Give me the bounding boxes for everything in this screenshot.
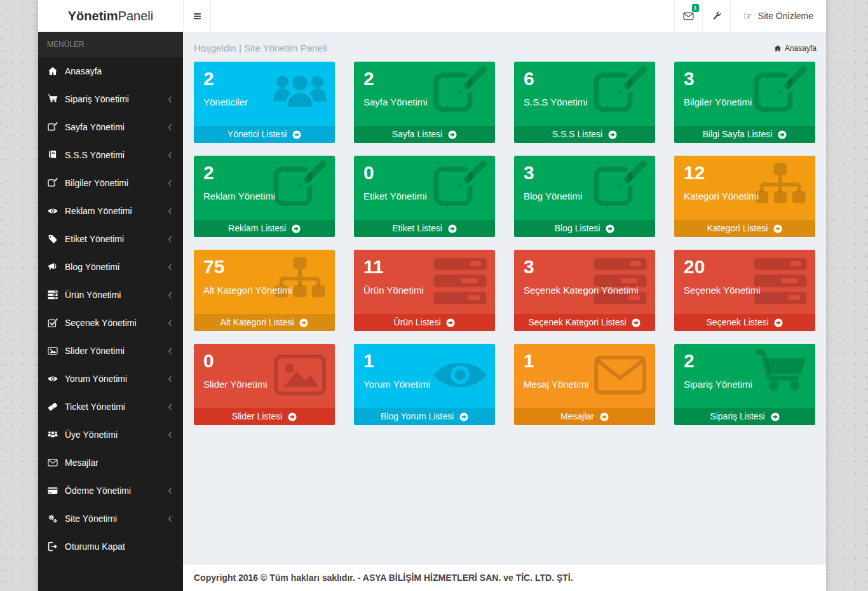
info-box-label: Sayfa Yönetimi [363,97,485,107]
circle-arrow-right-icon [292,224,301,233]
info-box-footer-link[interactable]: Kategori Listesi [674,220,815,237]
sidebar-item[interactable]: Bilgiler Yönetimi [38,169,183,197]
sidebar-toggle-button[interactable] [184,0,211,32]
info-box-footer-link[interactable]: Sipariş Listesi [674,408,815,425]
cart-icon [48,94,58,104]
sidebar-item[interactable]: Yorum Yönetimi [38,365,183,393]
info-box-footer-label: Kategori Listesi [707,223,768,233]
info-box-body: 3 Blog Yönetimi [514,156,655,220]
sidebar-item[interactable]: Sipariş Yönetimi [38,85,183,113]
circle-arrow-right-icon [299,318,308,327]
main-content: Hoşgeldin | Site Yönetim Paneli Anasayfa… [183,32,826,591]
messages-count-badge: 1 [692,4,699,12]
circle-arrow-right-icon [606,224,614,233]
info-box-footer-link[interactable]: Ürün Listesi [354,314,495,331]
chevron-left-icon [166,180,173,187]
info-box-count: 20 [684,255,806,278]
chevron-left-icon [166,264,173,271]
info-box: 2 Sayfa Yönetimi Sayfa Listesi [354,62,495,143]
info-box-count: 12 [684,161,806,184]
messages-nav-button[interactable]: 1 [674,0,702,32]
info-box-footer-link[interactable]: Etiket Listesi [354,220,495,237]
site-preview-button[interactable]: ☞ Site Önizleme [730,0,826,32]
eye-icon [48,206,58,216]
sidebar-item[interactable]: Ödeme Yönetimi [38,477,183,505]
circle-arrow-right-icon [292,130,301,139]
info-box-footer-label: Etiket Listesi [392,223,442,233]
tag-icon [48,234,58,244]
info-box: 1 Mesaj Yönetimi Mesajlar [514,344,655,425]
app-shell: MENÜLER Anasayfa Sipariş Yönetimi [38,32,826,591]
info-box-footer-label: Blog Yorum Listesi [381,411,454,421]
info-box-footer-link[interactable]: Blog Listesi [514,220,655,237]
info-box-label: Kategori Yönetimi [684,191,806,201]
info-box-body: 2 Yöneticiler [194,62,335,126]
breadcrumb-home-link[interactable]: Anasayfa [774,44,817,53]
info-box: 0 Etiket Yönetimi Etiket Listesi [354,156,495,237]
sidebar-item[interactable]: Etiket Yönetimi [38,225,183,253]
sidebar-item[interactable]: Site Yönetimi [38,505,183,533]
home-icon [774,44,782,52]
info-box-label: Ürün Yönetimi [363,285,485,296]
info-box-footer-link[interactable]: Blog Yorum Listesi [354,408,495,425]
sidebar-item[interactable]: Ticket Yönetimi [38,393,183,421]
sidebar-item[interactable]: Oturumu Kapat [38,533,183,560]
circle-arrow-right-icon [448,130,457,139]
sidebar-item-label: Oturumu Kapat [65,541,125,552]
info-box-footer-link[interactable]: Bilgi Sayfa Listesi [674,126,815,143]
app-logo[interactable]: YönetimPaneli [38,0,183,32]
sidebar-item[interactable]: Reklam Yönetimi [38,197,183,225]
sidebar-item[interactable]: Blog Yönetimi [38,253,183,281]
app-logo-bold: Yönetim [68,9,118,23]
info-box-label: S.S.S Yönetimi [524,97,646,107]
sidebar-item[interactable]: S.S.S Yönetimi [38,141,183,169]
info-box-footer-link[interactable]: Mesajlar [514,408,655,425]
welcome-text: Hoşgeldin | Site Yönetim Paneli [194,43,327,53]
circle-arrow-right-icon [600,412,609,421]
info-box-body: 3 Seçenek Kategori Yönetimi [514,250,655,314]
sidebar-item-label: Yorum Yönetimi [65,374,127,384]
info-box-footer-link[interactable]: S.S.S Listesi [514,126,655,143]
sidebar-item-label: Blog Yönetimi [65,262,119,272]
info-box-footer-link[interactable]: Seçenek Kategori Listesi [514,314,655,331]
info-box: 2 Yöneticiler Yönetici Listesi [194,62,335,143]
info-box-footer-link[interactable]: Sayfa Listesi [354,126,495,143]
app-logo-light: Paneli [118,9,154,23]
info-box-footer-label: Ürün Listesi [394,317,441,327]
content-filler [183,425,826,564]
info-box-footer-label: Alt Kategori Listesi [220,317,294,327]
info-box-count: 1 [524,350,646,372]
sidebar: MENÜLER Anasayfa Sipariş Yönetimi [38,32,183,591]
info-box-footer-label: Reklam Listesi [228,223,286,233]
sidebar-item[interactable]: Sayfa Yönetimi [38,113,183,141]
info-box-footer-link[interactable]: Reklam Listesi [194,220,335,237]
info-box-label: Reklam Yönetimi [203,191,325,201]
info-box-footer-link[interactable]: Seçenek Listesi [674,314,815,331]
info-box: 75 Alt Kategori Yönetimi Alt Kategori Li… [194,250,335,331]
info-box-footer-link[interactable]: Alt Kategori Listesi [194,314,335,331]
info-box-label: Yorum Yönetimi [363,379,485,390]
sidebar-item[interactable]: Mesajlar [38,449,183,477]
sidebar-item[interactable]: Ürün Yönetimi [38,281,183,309]
sidebar-item[interactable]: Anasayfa [38,57,183,85]
info-box-footer-label: Mesajlar [560,411,594,421]
info-box-body: 2 Reklam Yönetimi [194,156,335,220]
info-box-footer-link[interactable]: Yönetici Listesi [194,126,335,143]
chevron-left-icon [166,96,173,103]
sidebar-item-label: Site Yönetimi [65,513,117,524]
info-box-label: Blog Yönetimi [524,191,646,201]
settings-nav-button[interactable] [702,0,730,32]
info-box-body: 1 Mesaj Yönetimi [514,344,655,408]
chevron-left-icon [166,292,173,299]
info-box-footer-link[interactable]: Slider Listesi [194,408,335,425]
info-box-body: 6 S.S.S Yönetimi [514,62,655,126]
sidebar-item[interactable]: Slider Yönetimi [38,337,183,365]
sidebar-item[interactable]: Seçenek Yönetimi [38,309,183,337]
sidebar-item[interactable]: Üye Yönetimi [38,421,183,449]
chevron-left-icon [166,208,173,215]
info-box: 1 Yorum Yönetimi Blog Yorum Listesi [354,344,495,425]
breadcrumb-bar: Hoşgeldin | Site Yönetim Paneli Anasayfa [183,32,826,62]
info-box-count: 11 [363,255,485,278]
info-box-footer-label: Slider Listesi [232,411,282,421]
hand-pointer-icon: ☞ [743,11,753,22]
